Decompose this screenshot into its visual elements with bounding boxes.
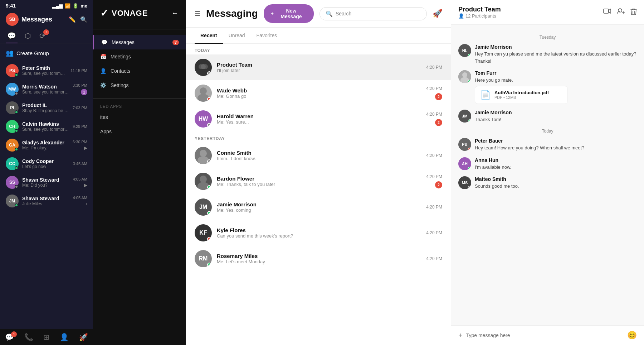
- menu-item-ites[interactable]: ites: [93, 110, 186, 124]
- rocket-icon[interactable]: 🚀: [433, 9, 442, 18]
- refresh-badge: !: [43, 29, 49, 35]
- emoji-picker-icon[interactable]: 😊: [627, 331, 637, 340]
- menu-item-messages[interactable]: 💬 Messages 7: [93, 35, 186, 49]
- contact-info: Peter Smith Sure, see you tommorow.: [22, 65, 67, 76]
- svg-point-18: [462, 72, 467, 77]
- conversation-item-bardon-flower[interactable]: Bardon Flower Me: Thanks, talk to you la…: [186, 168, 451, 194]
- online-indicator: [15, 110, 18, 114]
- nav-contacts[interactable]: 👤: [60, 333, 69, 341]
- tabs-row: Recent Unread Favorites: [186, 28, 451, 44]
- nav-calls[interactable]: 📞: [24, 333, 33, 341]
- list-item[interactable]: MW Morris Watson Sure, see you tommorow.…: [0, 80, 93, 99]
- unread-count-badge: 2: [435, 119, 442, 126]
- conversation-item-connie-smith[interactable]: Connie Smith hmm.. I dont know. 4:20 PM: [186, 143, 451, 168]
- conv-avatar: HW: [195, 110, 212, 128]
- mobile-tabs: 💬 ⬡ ⟳ !: [0, 29, 93, 43]
- list-item[interactable]: CH Calvin Hawkins Sure, see you tommorow…: [0, 117, 93, 136]
- delete-icon[interactable]: [630, 8, 637, 17]
- conv-info: Harold Warren Me: Yes, sure...: [217, 113, 421, 125]
- phone-nav-icon: 📞: [24, 333, 33, 341]
- status-indicator: [207, 97, 211, 101]
- compose-icon[interactable]: ✏️: [69, 16, 76, 23]
- play-arrow-icon: ▶: [84, 145, 87, 150]
- tab-unread[interactable]: Unread: [223, 28, 251, 43]
- svg-rect-13: [604, 9, 609, 13]
- message-row: AH Anna Hun I'm available now.: [458, 157, 637, 171]
- play-arrow-icon: ▶: [84, 183, 87, 188]
- list-item[interactable]: GA Gladys Alexander Me: I'm okay. 6:30 P…: [0, 136, 93, 154]
- file-attachment[interactable]: 📄 AuthVia Introduction.pdf PDF • 12MB: [475, 86, 568, 104]
- messaging-header: ☰ Messaging + New Message 🔍 🚀: [186, 0, 451, 28]
- msg-avatar: [458, 70, 471, 83]
- list-item[interactable]: PS Peter Smith Sure, see you tommorow. 1…: [0, 61, 93, 80]
- nav-messages[interactable]: 💬 1: [5, 333, 14, 341]
- list-item[interactable]: SS Shawn Steward Me: Did you? 4:05 AM ▶: [0, 173, 93, 192]
- online-indicator: [15, 73, 18, 77]
- conversation-item-rosemary-miles[interactable]: RM Rosemary Miles Me: Let's meet Monday …: [186, 246, 451, 272]
- message-row: NL Jamie Morrison Hey Tom can yu please …: [458, 44, 637, 64]
- contact-nav-icon: 👤: [60, 333, 69, 341]
- list-item[interactable]: PI Product IL Shay B: I'm gonna be there…: [0, 99, 93, 117]
- chevron-right-icon: ›: [86, 201, 87, 206]
- search-container: 🔍: [319, 7, 427, 20]
- mobile-header-icons: ✏️ 🔍: [69, 16, 87, 23]
- hamburger-icon[interactable]: ☰: [195, 10, 200, 18]
- chat-message-input[interactable]: [466, 332, 624, 338]
- online-status: [468, 119, 471, 123]
- message-content: Tom Furr Here you go mate. 📄 AuthVia Int…: [475, 70, 637, 104]
- menu-item-meetings[interactable]: 📅 Meetings: [93, 49, 186, 64]
- tab-recent[interactable]: Recent: [195, 28, 223, 43]
- offline-indicator: [15, 185, 18, 188]
- online-indicator: [15, 148, 18, 151]
- status-indicator: [207, 71, 211, 76]
- conversation-item-wade-webb[interactable]: Wade Webb Me: Gonna go 4:20 PM 2: [186, 80, 451, 106]
- mobile-tab-messages[interactable]: 💬: [6, 29, 18, 43]
- conversation-list: TODAY Product Team I'll join later 4:20 …: [186, 44, 451, 345]
- svg-point-8: [200, 150, 207, 157]
- nav-badge: 1: [11, 331, 17, 337]
- new-message-button[interactable]: + New Message: [264, 4, 314, 23]
- layers-tab-icon: ⬡: [25, 32, 31, 40]
- conversation-item-jamie-morrison[interactable]: JM Jamie Morrison Me: Yes, coming 4:20 P…: [186, 194, 451, 220]
- message-content: Jamie Morrison Hey Tom can yu please sen…: [475, 44, 637, 64]
- status-indicator: [207, 237, 211, 241]
- conv-info: Bardon Flower Me: Thanks, talk to you la…: [217, 176, 421, 187]
- create-group-button[interactable]: 👥 Create Group: [0, 45, 93, 61]
- battery-icon: 🔋: [73, 3, 78, 9]
- conv-info: Wade Webb Me: Gonna go: [217, 87, 421, 99]
- conversation-item-kyle-flores[interactable]: KF Kyle Flores Can you send me this week…: [186, 220, 451, 246]
- msg-avatar: JM: [458, 110, 471, 123]
- mobile-tab-refresh[interactable]: ⟳ !: [38, 29, 47, 43]
- rocket-nav-icon: 🚀: [79, 333, 88, 341]
- tab-favorites[interactable]: Favorites: [251, 28, 283, 43]
- menu-item-settings[interactable]: ⚙️ Settings: [93, 78, 186, 92]
- main-menu-section: 💬 Messages 7 📅 Meetings 👤 Contacts ⚙️ Se…: [93, 32, 186, 95]
- back-arrow-icon[interactable]: ←: [171, 9, 179, 17]
- pdf-icon: 📄: [480, 90, 491, 100]
- mobile-tab-layers[interactable]: ⬡: [23, 29, 32, 43]
- chat-input-area: + 😊: [451, 325, 644, 345]
- list-item[interactable]: JM Shawn Steward Julie Miles 4:05 AM ›: [0, 192, 93, 210]
- message-content: Anna Hun I'm available now.: [475, 157, 637, 171]
- search-input[interactable]: [336, 11, 421, 16]
- user-avatar[interactable]: SB: [6, 13, 19, 26]
- add-attachment-icon[interactable]: +: [458, 331, 463, 340]
- conversation-item-harold-warren[interactable]: HW Harold Warren Me: Yes, sure... 4:20 P…: [186, 106, 451, 132]
- nav-apps[interactable]: ⊞: [43, 333, 49, 341]
- list-item[interactable]: CC Cody Cooper Let's go now 3:45 AM: [0, 154, 93, 173]
- messaging-panel: ☰ Messaging + New Message 🔍 🚀 Recent Unr…: [186, 0, 451, 345]
- menu-item-contacts[interactable]: 👤 Contacts: [93, 64, 186, 78]
- online-status: [468, 148, 471, 151]
- video-call-icon[interactable]: [603, 8, 611, 17]
- conversation-item-product-team[interactable]: Product Team I'll join later 4:20 PM: [186, 54, 451, 80]
- svg-point-11: [200, 176, 207, 183]
- add-participant-icon[interactable]: [617, 8, 625, 17]
- svg-point-3: [201, 64, 206, 69]
- menu-item-apps[interactable]: Apps: [93, 124, 186, 139]
- search-icon[interactable]: 🔍: [80, 16, 87, 23]
- nav-rocket[interactable]: 🚀: [79, 333, 88, 341]
- chat-title: Product Team 👤 12 Participants: [458, 6, 599, 19]
- message-row: Tom Furr Here you go mate. 📄 AuthVia Int…: [458, 70, 637, 104]
- grid-nav-icon: ⊞: [43, 333, 49, 341]
- msg-avatar: AH: [458, 157, 471, 170]
